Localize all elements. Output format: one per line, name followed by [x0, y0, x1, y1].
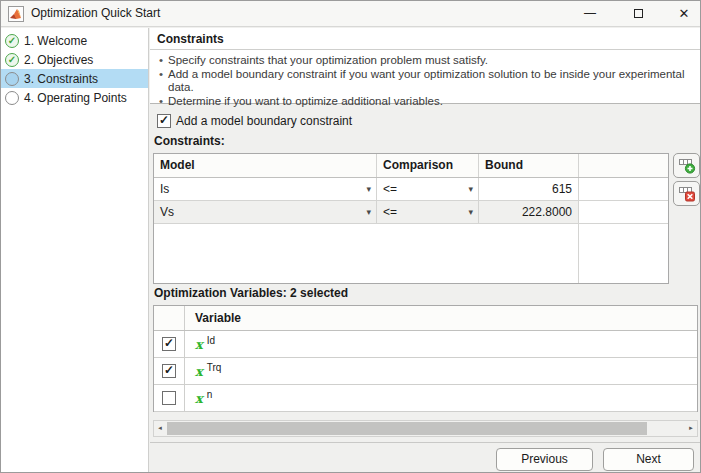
constraint-row: Vs ▾ <= ▾ 222.8000: [154, 201, 668, 224]
sidebar-item-operating-points[interactable]: 4. Operating Points: [1, 88, 148, 107]
previous-button[interactable]: Previous: [496, 448, 593, 471]
variables-table-header: Variable: [154, 306, 697, 331]
description-bullets: Specify constraints that your optimizati…: [150, 50, 700, 108]
next-button[interactable]: Next: [603, 448, 694, 471]
constraints-table-header: Model Comparison Bound: [154, 154, 668, 178]
bullet-line: Determine if you want to optimize additi…: [158, 95, 692, 109]
boundary-constraint-row: ✓ Add a model boundary constraint: [157, 112, 352, 130]
bound-value-cell[interactable]: 222.8000: [479, 201, 579, 223]
chevron-down-icon: ▾: [366, 201, 371, 223]
sidebar-item-welcome[interactable]: ✓ 1. Welcome: [1, 31, 148, 50]
boundary-constraint-label: Add a model boundary constraint: [176, 114, 352, 128]
column-header-variable: Variable: [185, 306, 697, 330]
steps-sidebar: ✓ 1. Welcome ✓ 2. Objectives 3. Constrai…: [1, 28, 149, 472]
optimization-quick-start-window: Optimization Quick Start — ✕ ✓ 1. Welcom…: [0, 0, 701, 473]
main-panel: Constraints Specify constraints that you…: [150, 28, 700, 472]
title-bar: Optimization Quick Start — ✕: [1, 1, 700, 27]
bound-value-cell[interactable]: 615: [479, 178, 579, 200]
chevron-down-icon: ▾: [468, 201, 473, 223]
scroll-left-icon[interactable]: ◄: [154, 421, 166, 436]
step-pending-icon: [5, 91, 19, 105]
step-complete-icon: ✓: [5, 34, 19, 48]
sidebar-item-label: 3. Constraints: [24, 72, 98, 86]
sidebar-item-label: 2. Objectives: [24, 53, 93, 67]
variable-checkbox[interactable]: [162, 391, 176, 405]
variable-checkbox[interactable]: ✓: [162, 337, 176, 351]
column-header-comparison: Comparison: [377, 154, 479, 177]
model-dropdown[interactable]: Is ▾: [154, 178, 377, 200]
comparison-dropdown[interactable]: <= ▾: [377, 201, 479, 223]
variable-cell: x n: [185, 385, 697, 411]
boundary-constraint-checkbox[interactable]: ✓: [157, 114, 171, 128]
constraint-row: Is ▾ <= ▾ 615: [154, 178, 668, 201]
variable-name: Id: [207, 335, 215, 346]
variable-cell: x Trq: [185, 358, 697, 384]
constraints-section-label: Constraints:: [154, 134, 225, 148]
step-description-panel: Constraints Specify constraints that you…: [150, 28, 700, 104]
column-header-model: Model: [154, 154, 377, 177]
add-constraint-button[interactable]: [673, 153, 700, 178]
filler-cell: [579, 178, 668, 200]
step-current-icon: [5, 72, 19, 86]
window-title: Optimization Quick Start: [31, 1, 160, 26]
add-table-row-icon: [678, 157, 696, 175]
variables-section-label: Optimization Variables: 2 selected: [154, 286, 348, 300]
filler-cell: [579, 201, 668, 223]
sidebar-item-objectives[interactable]: ✓ 2. Objectives: [1, 50, 148, 69]
bullet-line: Specify constraints that your optimizati…: [158, 54, 692, 68]
close-button[interactable]: ✕: [669, 1, 699, 26]
comparison-dropdown[interactable]: <= ▾: [377, 178, 479, 200]
variable-row: ✓ x Id: [154, 331, 697, 358]
maximize-button[interactable]: [623, 1, 653, 26]
constraints-table: Model Comparison Bound Is ▾ <= ▾ 615: [153, 153, 669, 284]
scrollbar-thumb[interactable]: [167, 422, 647, 435]
horizontal-scrollbar[interactable]: ◄ ►: [153, 420, 698, 437]
step-complete-icon: ✓: [5, 53, 19, 67]
variables-table: Variable ✓ x Id ✓ x Trq x n: [153, 305, 698, 412]
variable-symbol: x: [195, 391, 203, 406]
page-title: Constraints: [150, 28, 700, 50]
matlab-icon: [8, 6, 24, 22]
delete-constraint-button[interactable]: [673, 181, 700, 206]
minimize-button[interactable]: —: [575, 1, 605, 26]
variable-symbol: x: [195, 364, 203, 379]
chevron-down-icon: ▾: [366, 178, 371, 200]
sidebar-item-label: 4. Operating Points: [24, 91, 127, 105]
model-dropdown[interactable]: Vs ▾: [154, 201, 377, 223]
constraints-table-empty-area: [154, 224, 668, 283]
variable-name: n: [207, 389, 213, 400]
variable-checkbox[interactable]: ✓: [162, 364, 176, 378]
checkbox-column-header: [154, 306, 185, 330]
variable-symbol: x: [195, 337, 203, 352]
variable-row: ✓ x Trq: [154, 358, 697, 385]
variable-row: x n: [154, 385, 697, 412]
footer-bar: Previous Next: [150, 442, 700, 472]
variable-name: Trq: [207, 362, 222, 373]
variable-cell: x Id: [185, 331, 697, 357]
maximize-icon: [634, 9, 643, 18]
chevron-down-icon: ▾: [468, 178, 473, 200]
column-header-bound: Bound: [479, 154, 579, 177]
bullet-line: Add a model boundary constraint if you w…: [158, 68, 692, 95]
delete-table-row-icon: [678, 185, 696, 203]
sidebar-item-constraints[interactable]: 3. Constraints: [1, 69, 148, 88]
sidebar-item-label: 1. Welcome: [24, 34, 87, 48]
column-header-filler: [579, 154, 668, 177]
scroll-right-icon[interactable]: ►: [685, 421, 697, 436]
